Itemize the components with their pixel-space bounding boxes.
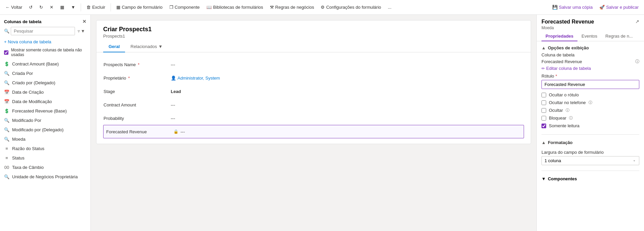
sidebar-item-label-modificado-por: Modificado Por bbox=[12, 118, 41, 123]
display-options-section: ▲ Opções de exibição Coluna de tabela Fo… bbox=[541, 45, 639, 129]
right-panel: Forecasted Revenue Moeda ↗ Propriedades … bbox=[536, 15, 644, 231]
checkbox-row-somente-leitura: Somente leitura bbox=[541, 123, 639, 129]
info-icon-ocultar-telefone: ⓘ bbox=[589, 100, 592, 105]
form-row-prospects-name[interactable]: Prospects Name * --- bbox=[103, 58, 524, 71]
sidebar-item-unidade-negocios[interactable]: 🔍 Unidade de Negócios Proprietária bbox=[0, 172, 90, 181]
sidebar-item-modificado-por[interactable]: 🔍 Modificado Por bbox=[0, 116, 90, 125]
save-publish-button[interactable]: 🚀 Salvar e publicar bbox=[597, 3, 641, 11]
field-label-forecasted-revenue: Forecasted Revenue bbox=[106, 129, 173, 134]
checkbox-label-ocultar: Ocultar bbox=[549, 108, 563, 113]
toolbar-right: 💾 Salvar uma cópia 🚀 Salvar e publicar bbox=[550, 3, 641, 11]
checkbox-ocultar-telefone[interactable] bbox=[541, 100, 546, 105]
checkbox-ocultar[interactable] bbox=[541, 108, 546, 113]
campo-icon: ▦ bbox=[116, 5, 120, 10]
field-label-prospects-name: Prospects Name * bbox=[104, 62, 171, 67]
field-value-proprietario: 👤 Administrator, System bbox=[171, 76, 524, 81]
tab-eventos[interactable]: Eventos bbox=[577, 32, 601, 41]
regras-button[interactable]: ⚒ Regras de negócios bbox=[267, 3, 317, 11]
right-panel-header: Forecasted Revenue Moeda ↗ bbox=[537, 15, 644, 32]
sidebar-item-status[interactable]: ≡ Status bbox=[0, 153, 90, 163]
sidebar-list: 💲 Contract Amount (Base) 🔍 Criada Por 🔍 … bbox=[0, 59, 90, 231]
back-button[interactable]: ← Voltar bbox=[3, 3, 25, 11]
checkbox-somente-leitura[interactable] bbox=[541, 124, 546, 128]
checkbox-label-ocultar-telefone: Ocultar no telefone bbox=[549, 100, 586, 105]
required-star: * bbox=[128, 76, 130, 81]
item-icon-modificado-por-delegado: 🔍 bbox=[4, 127, 9, 132]
filter-button[interactable]: ▿ ▼ bbox=[76, 27, 86, 35]
sidebar-item-label-razao-status: Razão do Status bbox=[12, 146, 44, 151]
section-divider-2 bbox=[541, 171, 639, 171]
item-icon-status: ≡ bbox=[4, 155, 9, 160]
lock-icon: 🔒 bbox=[173, 129, 178, 134]
add-column-button[interactable]: + Nova coluna de tabela bbox=[0, 38, 90, 46]
person-icon: 👤 bbox=[171, 76, 176, 81]
item-icon-taxa-cambio: 00 bbox=[4, 165, 9, 170]
componente-button[interactable]: ❐ Componente bbox=[167, 3, 202, 11]
sidebar-item-moeda[interactable]: 🔍 Moeda bbox=[0, 134, 90, 144]
form-row-stage[interactable]: Stage Lead bbox=[103, 85, 524, 98]
required-indicator: * bbox=[556, 74, 557, 79]
form-row-contract-amount[interactable]: Contract Amount --- bbox=[103, 98, 524, 111]
expand-icon[interactable]: ↗ bbox=[635, 19, 639, 24]
more-button[interactable]: ... bbox=[385, 3, 394, 11]
right-panel-body: ▲ Opções de exibição Coluna de tabela Fo… bbox=[537, 41, 644, 185]
item-icon-modificado-por: 🔍 bbox=[4, 118, 9, 123]
show-unused-checkbox-row: Mostrar somente colunas de tabela não us… bbox=[0, 46, 90, 59]
copy-button[interactable]: ▦ bbox=[57, 3, 67, 11]
bibliotecas-button[interactable]: 📖 Bibliotecas de formulários bbox=[204, 3, 266, 11]
search-input[interactable] bbox=[11, 27, 75, 35]
undo-button[interactable]: ↺ bbox=[26, 3, 35, 11]
redo-icon: ↻ bbox=[39, 5, 43, 10]
redo-button[interactable]: ↻ bbox=[37, 3, 46, 11]
sidebar-item-label-contract-amount-base: Contract Amount (Base) bbox=[12, 61, 59, 66]
rotulo-input[interactable] bbox=[541, 80, 639, 89]
save-copy-button[interactable]: 💾 Salvar uma cópia bbox=[550, 3, 595, 11]
sidebar-item-taxa-cambio[interactable]: 00 Taxa de Câmbio bbox=[0, 163, 90, 172]
formatting-header: ▲ Formatação bbox=[541, 140, 639, 145]
tab-regras[interactable]: Regras de n... bbox=[601, 32, 637, 41]
edit-column-button[interactable]: ✏ Editar coluna de tabela bbox=[541, 66, 639, 71]
sidebar-item-contract-amount-base[interactable]: 💲 Contract Amount (Base) bbox=[0, 59, 90, 68]
center-area: Criar Prospects1 Prospects1 Geral Relaci… bbox=[91, 15, 536, 231]
save-copy-icon: 💾 bbox=[552, 5, 558, 10]
sidebar-item-label-criada-por: Criada Por bbox=[12, 71, 33, 76]
close-icon[interactable]: ✕ bbox=[82, 19, 86, 24]
bibliotecas-icon: 📖 bbox=[206, 5, 212, 10]
paste-icon: ▼ bbox=[71, 5, 75, 10]
componente-icon: ❐ bbox=[169, 5, 173, 10]
info-icon-ocultar: ⓘ bbox=[566, 108, 569, 113]
checkbox-ocultar-rotulo[interactable] bbox=[541, 93, 546, 97]
item-icon-data-criacao: 📅 bbox=[4, 89, 9, 95]
chevron-up-icon-2: ▲ bbox=[541, 140, 546, 145]
form-row-forecasted-revenue[interactable]: Forecasted Revenue 🔒 --- bbox=[103, 125, 524, 138]
tab-propriedades[interactable]: Propriedades bbox=[541, 32, 577, 41]
back-icon: ← bbox=[5, 5, 10, 10]
tab-relacionados[interactable]: Relacionados ▼ bbox=[125, 41, 168, 52]
sidebar-item-razao-status[interactable]: ≡ Razão do Status bbox=[0, 144, 90, 153]
checkbox-row-ocultar-telefone: Ocultar no telefone ⓘ bbox=[541, 99, 639, 106]
sidebar-search-row: 🔍 ▿ ▼ bbox=[0, 27, 90, 38]
cut-button[interactable]: ✕ bbox=[47, 3, 56, 11]
show-unused-checkbox[interactable] bbox=[4, 50, 8, 55]
checkbox-row-bloquear: Bloquear ⓘ bbox=[541, 115, 639, 121]
campo-formulario-button[interactable]: ▦ Campo de formulário bbox=[114, 3, 165, 11]
tab-geral[interactable]: Geral bbox=[103, 41, 125, 52]
sidebar-item-criado-por-delegado[interactable]: 🔍 Criado por (Delegado) bbox=[0, 78, 90, 87]
sidebar-item-modificado-por-delegado[interactable]: 🔍 Modificado por (Delegado) bbox=[0, 125, 90, 134]
sidebar-item-data-criacao[interactable]: 📅 Data de Criação bbox=[0, 87, 90, 97]
config-button[interactable]: ⚙ Configurações do formulário bbox=[318, 3, 384, 11]
checkbox-bloquear[interactable] bbox=[541, 116, 546, 121]
chevron-down-icon: ▼ bbox=[158, 44, 163, 49]
sidebar-item-label-forecasted-revenue-base: Forecasted Revenue (Base) bbox=[12, 108, 67, 113]
sidebar-item-label-modificado-por-delegado: Modificado por (Delegado) bbox=[12, 127, 64, 132]
sidebar-item-criada-por[interactable]: 🔍 Criada Por bbox=[0, 68, 90, 78]
excluir-button[interactable]: 🗑 Excluir bbox=[84, 3, 108, 11]
sidebar-item-forecasted-revenue-base[interactable]: 💲 Forecasted Revenue (Base) bbox=[0, 106, 90, 116]
width-label: Largura do campo de formulário bbox=[541, 150, 639, 155]
form-row-proprietario[interactable]: Proprietário * 👤 Administrator, System bbox=[103, 71, 524, 85]
form-row-probability[interactable]: Probability --- bbox=[103, 111, 524, 125]
sidebar-item-data-modificacao[interactable]: 📅 Data de Modificação bbox=[0, 97, 90, 106]
paste-down-button[interactable]: ▼ bbox=[68, 3, 78, 11]
section-divider bbox=[541, 134, 639, 135]
width-select[interactable]: 1 coluna2 colunas bbox=[541, 156, 639, 165]
